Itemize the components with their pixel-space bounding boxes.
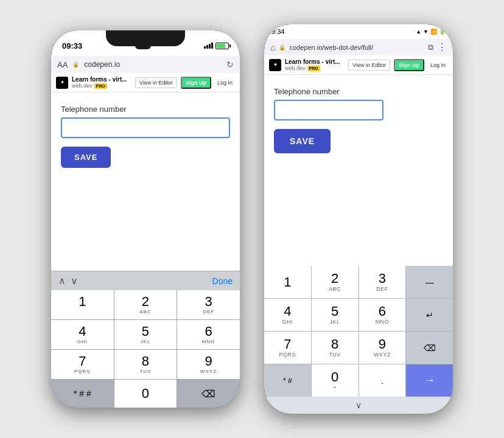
- key-9[interactable]: 9 WXYZ: [177, 350, 240, 379]
- android-key-4[interactable]: 4 GHI: [264, 299, 311, 331]
- android-key-6[interactable]: 6 MNO: [359, 299, 406, 331]
- codepen-toolbar: ✦ Learn forms - virt... web.dev PRO View…: [51, 73, 240, 92]
- android-telephone-label: Telephone number: [274, 87, 443, 96]
- android-bottom-bar: ∨: [264, 397, 453, 414]
- signal-icon: [204, 43, 213, 49]
- android-view-editor-button[interactable]: View in Editor: [348, 60, 390, 71]
- android-key-5[interactable]: 5 JKL: [312, 299, 359, 331]
- android-codepen-logo: ✦: [269, 59, 281, 71]
- android-status-icons: ▲ ▼ 📶 🔋: [416, 29, 446, 35]
- ios-screen: 09:33 AA 🔒 codepen.io ↻: [51, 30, 240, 408]
- telephone-input[interactable]: [61, 117, 230, 138]
- android-key-next[interactable]: →: [406, 364, 453, 397]
- battery-icon: 🔋: [439, 29, 446, 35]
- nav-up-arrow[interactable]: ∧: [58, 275, 66, 287]
- key-7[interactable]: 7 PQRS: [51, 350, 114, 379]
- android-key-1[interactable]: 1: [264, 266, 311, 298]
- menu-button[interactable]: ⋮: [437, 41, 447, 53]
- android-key-8[interactable]: 8 TUV: [312, 332, 359, 364]
- android-signup-button[interactable]: Sign Up: [394, 59, 424, 71]
- chevron-down-icon[interactable]: ∨: [355, 400, 362, 410]
- android-key-2[interactable]: 2 ABC: [312, 266, 359, 298]
- android-key-delete[interactable]: ⌫: [406, 332, 453, 364]
- lock-icon: 🔒: [279, 44, 285, 50]
- android-form-content: Telephone number SAVE: [264, 75, 453, 266]
- android-url-display[interactable]: codepen.io/web-dot-dev/full/: [289, 44, 424, 51]
- codepen-domain: web.dev PRO: [72, 83, 131, 89]
- android-key-period[interactable]: .: [359, 364, 406, 397]
- android-key-3[interactable]: 3 DEF: [359, 266, 406, 298]
- keyboard-nav: ∧ ∨: [58, 275, 78, 287]
- key-5[interactable]: 5 JKL: [114, 320, 177, 349]
- codepen-title-area: Learn forms - virt... web.dev PRO: [72, 76, 131, 89]
- key-2[interactable]: 2 ABC: [114, 290, 177, 319]
- key-symbols[interactable]: * # #: [51, 380, 114, 408]
- lock-icon: 🔒: [72, 61, 79, 68]
- ios-keypad: 1 2 ABC 3 DEF 4 GHI 5 JKL: [51, 290, 240, 408]
- android-title-area: Learn forms - virt... web.dev PRO: [285, 58, 345, 71]
- keyboard-toolbar: ∧ ∨ Done: [51, 271, 240, 290]
- key-8[interactable]: 8 TUV: [114, 350, 177, 379]
- key-delete[interactable]: ⌫: [177, 380, 240, 408]
- url-display[interactable]: codepen.io: [84, 60, 120, 69]
- ios-url-bar[interactable]: AA 🔒 codepen.io ↻: [51, 56, 240, 73]
- android-key-0[interactable]: 0 +: [312, 364, 359, 397]
- codepen-page-title: Learn forms - virt...: [72, 76, 131, 83]
- key-1[interactable]: 1: [51, 290, 114, 319]
- key-3[interactable]: 3 DEF: [177, 290, 240, 319]
- telephone-label: Telephone number: [61, 105, 230, 114]
- android-key-symbols[interactable]: * #: [264, 364, 311, 397]
- ios-keyboard: ∧ ∨ Done 1 2 ABC 3 DEF 4: [51, 271, 240, 408]
- key-6[interactable]: 6 MNO: [177, 320, 240, 349]
- reload-button[interactable]: ↻: [226, 60, 234, 69]
- android-key-7[interactable]: 7 PQRS: [264, 332, 311, 364]
- done-button[interactable]: Done: [212, 276, 233, 286]
- signup-button[interactable]: Sign Up: [181, 77, 211, 89]
- android-codepen-toolbar: ✦ Learn forms - virt... web.dev PRO View…: [264, 55, 453, 75]
- ios-phone: 09:33 AA 🔒 codepen.io ↻: [51, 30, 240, 408]
- android-key-dash[interactable]: —: [406, 266, 453, 298]
- android-telephone-input[interactable]: [274, 100, 383, 120]
- android-screen: 9:34 ▲ ▼ 📶 🔋 ⌂ 🔒 codepen.io/web-dot-dev/…: [264, 24, 453, 414]
- ios-time: 09:33: [62, 41, 82, 50]
- android-save-button[interactable]: SAVE: [274, 129, 331, 153]
- android-key-9[interactable]: 9 WXYZ: [359, 332, 406, 364]
- pro-badge: PRO: [94, 83, 107, 89]
- nav-down-arrow[interactable]: ∨: [71, 275, 78, 287]
- key-0[interactable]: 0: [114, 380, 177, 408]
- home-button[interactable]: ⌂: [270, 43, 275, 52]
- ios-status-icons: [204, 43, 229, 49]
- android-keyboard: 1 2 ABC 3 DEF — 4 GHI 5: [264, 266, 453, 414]
- codepen-logo: ✦: [56, 77, 68, 89]
- wifi-icon: ▲: [416, 29, 421, 35]
- wifi-down-icon: ▼: [423, 29, 429, 35]
- aa-button[interactable]: AA: [57, 60, 68, 69]
- android-domain: web.dev PRO: [285, 65, 345, 71]
- view-in-editor-button[interactable]: View in Editor: [135, 77, 177, 88]
- tabs-button[interactable]: ⧉: [428, 43, 433, 52]
- android-key-return[interactable]: ↵: [406, 299, 453, 331]
- android-url-bar[interactable]: ⌂ 🔒 codepen.io/web-dot-dev/full/ ⧉ ⋮: [264, 39, 453, 55]
- android-status-bar: 9:34 ▲ ▼ 📶 🔋: [264, 24, 453, 39]
- android-pro-badge: PRO: [307, 66, 320, 71]
- android-login-button[interactable]: Log In: [428, 60, 448, 70]
- android-phone: 9:34 ▲ ▼ 📶 🔋 ⌂ 🔒 codepen.io/web-dot-dev/…: [264, 24, 453, 414]
- battery-icon: [215, 43, 229, 49]
- android-time: 9:34: [271, 28, 284, 35]
- notch: [106, 30, 185, 46]
- signal-icon: 📶: [430, 29, 437, 35]
- android-keypad: 1 2 ABC 3 DEF — 4 GHI 5: [264, 266, 453, 397]
- key-4[interactable]: 4 GHI: [51, 320, 114, 349]
- login-button[interactable]: Log In: [215, 78, 235, 88]
- form-content: Telephone number SAVE: [51, 92, 240, 271]
- save-button[interactable]: SAVE: [61, 147, 111, 168]
- android-page-title: Learn forms - virt...: [285, 58, 345, 65]
